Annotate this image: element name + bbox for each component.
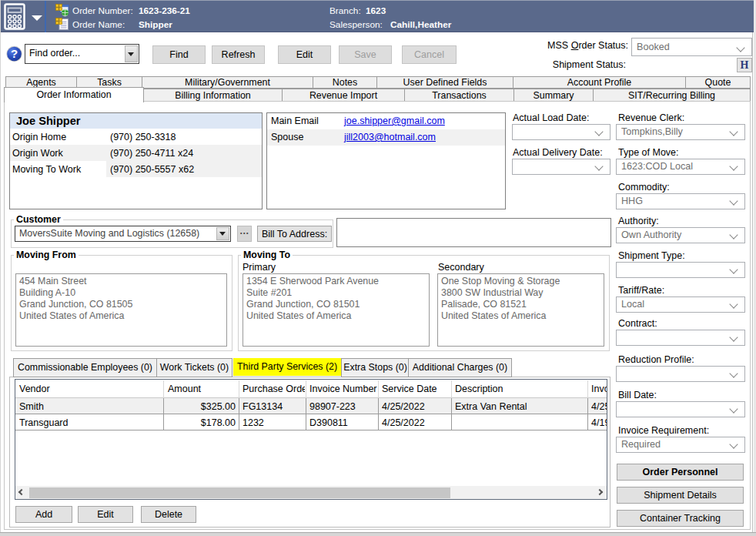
svg-text:?: ? <box>11 47 18 60</box>
